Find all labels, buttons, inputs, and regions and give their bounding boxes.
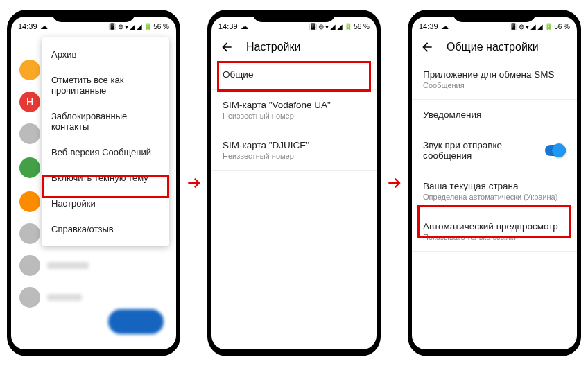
signal-icon-2: ◢ xyxy=(137,23,142,31)
menu-help[interactable]: Справка/отзыв xyxy=(42,216,169,242)
settings-sms-app[interactable]: Приложение для обмена SMS Сообщения xyxy=(412,61,577,98)
settings-country[interactable]: Ваша текущая страна Определена автоматич… xyxy=(412,173,577,209)
cloud-icon: ☁ xyxy=(441,22,449,31)
country-sub: Определена автоматически (Украина) xyxy=(423,193,566,201)
vibrate-icon: 📳 xyxy=(309,23,317,31)
sound-label: Звук при отправке сообщения xyxy=(423,140,545,161)
fab-new-chat[interactable] xyxy=(108,309,164,334)
divider xyxy=(412,171,577,171)
chat-preview-blur xyxy=(47,262,89,269)
phone-frame-1: 14:39 ☁ 📳 ⊖ ▾ ◢ ◢ 🔋 56 % eS H На xyxy=(7,10,180,356)
divider xyxy=(412,251,577,252)
sim1-sub: Неизвестный номер xyxy=(223,112,365,120)
page-title: Общие настройки xyxy=(447,41,539,53)
avatar: H xyxy=(19,92,40,112)
vibrate-icon: 📳 xyxy=(108,23,116,31)
toggle-switch-on[interactable] xyxy=(545,145,566,156)
settings-general[interactable]: Общие xyxy=(211,61,377,88)
preview-sub: Показывать только ссылки xyxy=(423,233,566,241)
avatar xyxy=(19,191,40,212)
avatar xyxy=(19,223,40,244)
battery-pct: 56 % xyxy=(554,23,570,31)
chat-row[interactable] xyxy=(11,250,176,281)
battery-icon: 🔋 xyxy=(144,23,152,31)
signal-icon-2: ◢ xyxy=(337,23,343,31)
notifications-label: Уведомления xyxy=(423,110,566,120)
menu-web[interactable]: Веб-версия Сообщений xyxy=(42,139,169,165)
cloud-icon: ☁ xyxy=(241,22,248,31)
battery-icon: 🔋 xyxy=(544,23,553,31)
divider xyxy=(412,211,577,211)
back-arrow-icon[interactable] xyxy=(220,40,234,54)
avatar xyxy=(19,60,40,80)
status-time: 14:39 xyxy=(419,22,438,31)
arrow-icon xyxy=(384,174,405,192)
back-arrow-icon[interactable] xyxy=(420,40,434,54)
country-title: Ваша текущая страна xyxy=(423,181,566,191)
menu-dark-theme[interactable]: Включить тёмную тему xyxy=(42,165,169,191)
battery-pct: 56 % xyxy=(354,23,370,31)
sms-app-title: Приложение для обмена SMS xyxy=(423,69,566,80)
divider xyxy=(211,130,377,130)
phone-notch xyxy=(453,10,536,22)
dnd-icon: ⊖ xyxy=(519,23,524,31)
status-time: 14:39 xyxy=(218,22,238,31)
menu-mark-read[interactable]: Отметить все как прочитанные xyxy=(42,67,169,103)
sim2-sub: Неизвестный номер xyxy=(223,152,365,160)
status-time: 14:39 xyxy=(18,22,37,31)
app-bar: Общие настройки xyxy=(412,33,577,61)
overflow-menu: Архив Отметить все как прочитанные Забло… xyxy=(42,37,169,246)
vibrate-icon: 📳 xyxy=(509,23,517,31)
wifi-icon: ▾ xyxy=(325,23,329,31)
wifi-icon: ▾ xyxy=(526,23,529,31)
settings-sim2[interactable]: SIM-карта "DJUICE" Неизвестный номер xyxy=(211,132,377,168)
settings-send-sound[interactable]: Звук при отправке сообщения xyxy=(412,132,577,169)
divider xyxy=(211,170,377,171)
arrow-icon xyxy=(184,174,205,192)
divider xyxy=(412,99,577,100)
settings-sim1[interactable]: SIM-карта "Vodafone UA" Неизвестный номе… xyxy=(211,92,377,128)
settings-notifications[interactable]: Уведомления xyxy=(412,101,577,128)
phone-frame-3: 14:39 ☁ 📳 ⊖ ▾ ◢ ◢ 🔋 56 % Общие настройки… xyxy=(408,10,581,356)
signal-icon: ◢ xyxy=(530,23,536,31)
sim1-title: SIM-карта "Vodafone UA" xyxy=(223,100,365,110)
menu-archive[interactable]: Архив xyxy=(42,42,169,67)
phone-notch xyxy=(52,10,135,22)
cloud-icon: ☁ xyxy=(40,22,48,31)
avatar xyxy=(19,157,40,178)
chat-preview-blur xyxy=(47,294,82,301)
signal-icon: ◢ xyxy=(130,23,135,31)
avatar xyxy=(19,287,40,308)
app-bar: Настройки xyxy=(211,33,377,61)
avatar xyxy=(19,255,40,276)
menu-settings[interactable]: Настройки xyxy=(42,191,169,216)
sms-app-sub: Сообщения xyxy=(423,81,566,89)
preview-title: Автоматический предпросмотр xyxy=(423,221,566,232)
battery-icon: 🔋 xyxy=(344,23,352,31)
divider xyxy=(412,130,577,130)
menu-blocked[interactable]: Заблокированные контакты xyxy=(42,103,169,139)
page-title: Настройки xyxy=(246,41,300,53)
settings-general-label: Общие xyxy=(223,69,365,80)
signal-icon-2: ◢ xyxy=(537,23,543,31)
wifi-icon: ▾ xyxy=(125,23,128,31)
phone-notch xyxy=(252,10,336,22)
phone-frame-2: 14:39 ☁ 📳 ⊖ ▾ ◢ ◢ 🔋 56 % Настройки Общие xyxy=(207,10,381,356)
battery-pct: 56 % xyxy=(153,23,169,31)
signal-icon: ◢ xyxy=(330,23,336,31)
settings-auto-preview[interactable]: Автоматический предпросмотр Показывать т… xyxy=(412,213,577,250)
avatar xyxy=(19,123,40,144)
dnd-icon: ⊖ xyxy=(318,23,324,31)
sim2-title: SIM-карта "DJUICE" xyxy=(223,140,365,150)
phone-screen-2: 14:39 ☁ 📳 ⊖ ▾ ◢ ◢ 🔋 56 % Настройки Общие xyxy=(211,17,377,349)
dnd-icon: ⊖ xyxy=(118,23,123,31)
divider xyxy=(211,89,377,90)
phone-screen-1: 14:39 ☁ 📳 ⊖ ▾ ◢ ◢ 🔋 56 % eS H На xyxy=(11,17,176,349)
phone-screen-3: 14:39 ☁ 📳 ⊖ ▾ ◢ ◢ 🔋 56 % Общие настройки… xyxy=(412,17,577,349)
